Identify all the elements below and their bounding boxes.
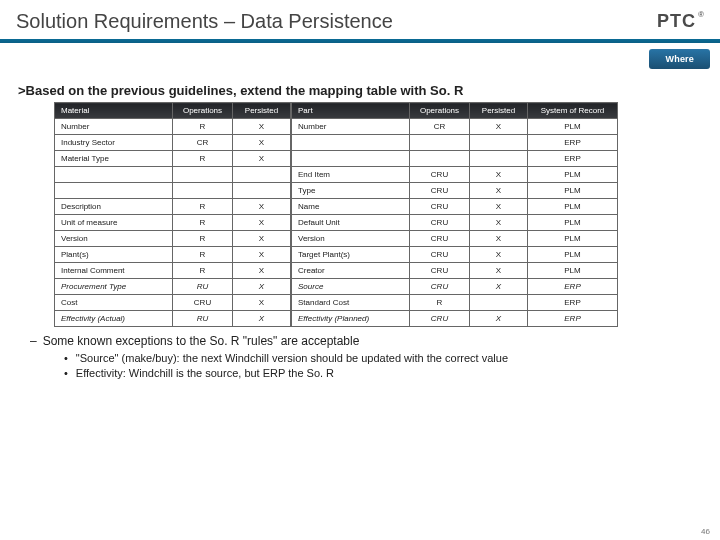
table-cell: Description (55, 199, 173, 215)
table-cell: Material Type (55, 151, 173, 167)
table-cell: CRU (173, 295, 233, 311)
table-cell: CRU (410, 263, 470, 279)
table-cell: PLM (528, 247, 618, 263)
table-row: NumberCRXPLM (292, 119, 618, 135)
table-row: SourceCRUXERP (292, 279, 618, 295)
table-row: TypeCRUXPLM (292, 183, 618, 199)
notes-bullet-1: "Source" (make/buy): the next Windchill … (64, 351, 700, 366)
table-cell: CRU (410, 183, 470, 199)
table-cell: R (173, 151, 233, 167)
table-cell: CRU (410, 279, 470, 295)
table-cell (233, 167, 291, 183)
table-cell (292, 135, 410, 151)
where-chip: Where (649, 49, 710, 69)
table-row: VersionCRUXPLM (292, 231, 618, 247)
table-row: Unit of measureRX (55, 215, 291, 231)
table-cell (410, 151, 470, 167)
table-row: Procurement TypeRUX (55, 279, 291, 295)
part-table: Part Operations Persisted System of Reco… (291, 102, 618, 327)
table-row: VersionRX (55, 231, 291, 247)
table-row: DescriptionRX (55, 199, 291, 215)
table-cell: R (173, 119, 233, 135)
logo-registered: ® (698, 11, 704, 19)
table-cell: Effectivity (Planned) (292, 311, 410, 327)
table-cell: Name (292, 199, 410, 215)
lead-line: >Based on the previous guidelines, exten… (18, 83, 702, 98)
table-cell: X (470, 215, 528, 231)
table-cell (470, 295, 528, 311)
table-cell (470, 151, 528, 167)
table-cell: X (470, 247, 528, 263)
table-cell: X (233, 295, 291, 311)
table-cell: X (233, 215, 291, 231)
table-row: ERP (292, 135, 618, 151)
table-cell (410, 135, 470, 151)
table-cell (470, 135, 528, 151)
table-cell: CRU (410, 231, 470, 247)
notes-dash-line: – Some known exceptions to the So. R "ru… (30, 333, 700, 349)
table-cell: R (173, 215, 233, 231)
table-cell: X (233, 119, 291, 135)
table-cell: CRU (410, 167, 470, 183)
table-row: Effectivity (Planned)CRUXERP (292, 311, 618, 327)
table-cell: Plant(s) (55, 247, 173, 263)
table-cell: R (410, 295, 470, 311)
table-cell: PLM (528, 215, 618, 231)
dash-icon: – (30, 333, 37, 349)
table-cell: X (470, 231, 528, 247)
table-cell: X (470, 279, 528, 295)
table-cell: Number (55, 119, 173, 135)
table-cell: Source (292, 279, 410, 295)
table-cell: PLM (528, 199, 618, 215)
table-row: CreatorCRUXPLM (292, 263, 618, 279)
col-operations-a: Operations (173, 103, 233, 119)
table-cell: ERP (528, 151, 618, 167)
table-cell: PLM (528, 119, 618, 135)
table-cell: X (233, 311, 291, 327)
table-cell: X (233, 199, 291, 215)
page-title: Solution Requirements – Data Persistence (16, 10, 393, 33)
table-cell: X (470, 167, 528, 183)
table-cell: Default Unit (292, 215, 410, 231)
col-system-of-record: System of Record (528, 103, 618, 119)
logo-text: PTC (657, 11, 696, 32)
table-cell (173, 183, 233, 199)
brand-logo: PTC ® (657, 11, 704, 32)
table-cell: X (233, 231, 291, 247)
table-row: End ItemCRUXPLM (292, 167, 618, 183)
table-row: Default UnitCRUXPLM (292, 215, 618, 231)
table-row: ERP (292, 151, 618, 167)
table-cell: X (470, 311, 528, 327)
table-row: Effectivity (Actual)RUX (55, 311, 291, 327)
table-cell: Unit of measure (55, 215, 173, 231)
table-row: Target Plant(s)CRUXPLM (292, 247, 618, 263)
table-cell: Procurement Type (55, 279, 173, 295)
col-part: Part (292, 103, 410, 119)
table-cell: R (173, 263, 233, 279)
table-cell: Target Plant(s) (292, 247, 410, 263)
table-cell: X (233, 135, 291, 151)
table-cell: X (470, 183, 528, 199)
table-row: Material TypeRX (55, 151, 291, 167)
table-cell (55, 183, 173, 199)
table-cell: End Item (292, 167, 410, 183)
table-cell: CRU (410, 311, 470, 327)
table-cell (233, 183, 291, 199)
table-row: Internal CommentRX (55, 263, 291, 279)
table-row: CostCRUX (55, 295, 291, 311)
table-cell: CR (173, 135, 233, 151)
page-number: 46 (701, 527, 710, 536)
col-persisted-a: Persisted (233, 103, 291, 119)
table-cell: X (470, 199, 528, 215)
table-cell: CR (410, 119, 470, 135)
chevron-icon: > (18, 83, 26, 98)
table-cell: Version (292, 231, 410, 247)
table-cell: PLM (528, 183, 618, 199)
table-cell: Effectivity (Actual) (55, 311, 173, 327)
table-cell (55, 167, 173, 183)
lead-text: Based on the previous guidelines, extend… (26, 83, 464, 98)
table-cell: Number (292, 119, 410, 135)
table-cell: CRU (410, 247, 470, 263)
table-row: Plant(s)RX (55, 247, 291, 263)
table-cell: ERP (528, 311, 618, 327)
